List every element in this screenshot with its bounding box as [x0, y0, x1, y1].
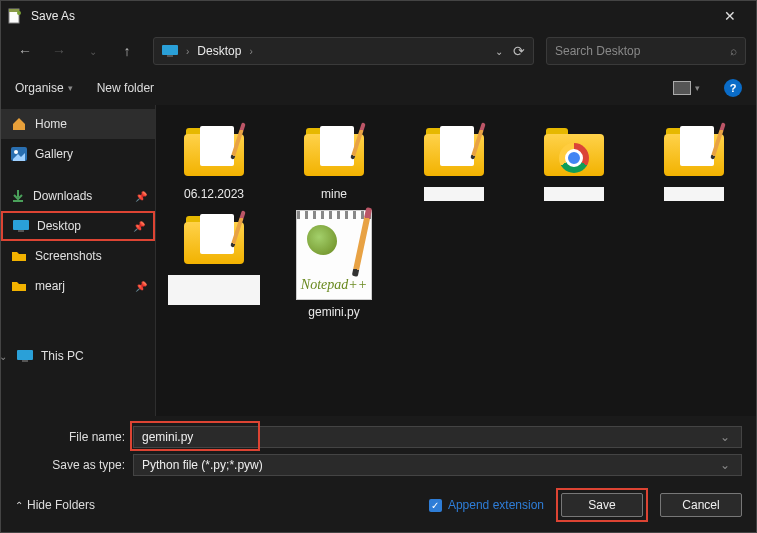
app-icon [7, 8, 23, 24]
chevron-down-icon[interactable]: ⌄ [717, 430, 733, 444]
toolbar: Organise ▾ New folder ▾ ? [1, 71, 756, 105]
notepadpp-icon: Notepad++ [296, 210, 372, 300]
file-label-hidden [168, 275, 260, 305]
svg-rect-7 [13, 220, 29, 230]
breadcrumb-seg[interactable]: Desktop [197, 44, 241, 58]
folder-item[interactable] [524, 121, 624, 201]
home-icon [11, 117, 27, 131]
folder-item[interactable] [164, 209, 264, 319]
title-bar: Save As ✕ [1, 1, 756, 31]
file-name-label: File name: [15, 430, 125, 444]
svg-rect-10 [22, 360, 28, 362]
chevron-right-icon[interactable]: › [249, 46, 252, 57]
svg-rect-3 [162, 45, 178, 55]
sidebar-item-desktop[interactable]: Desktop 📌 [1, 211, 155, 241]
sidebar-item-home[interactable]: Home [1, 109, 155, 139]
cancel-button[interactable]: Cancel [660, 493, 742, 517]
file-label: 06.12.2023 [184, 187, 244, 201]
chrome-icon [559, 143, 589, 173]
folder-icon [11, 280, 27, 292]
sidebar-item-label: mearj [35, 279, 65, 293]
pc-icon [17, 350, 33, 362]
file-name-input[interactable]: gemini.py ⌄ [133, 426, 742, 448]
back-button[interactable]: ← [11, 37, 39, 65]
help-button[interactable]: ? [724, 79, 742, 97]
recent-dropdown[interactable]: ⌄ [79, 37, 107, 65]
chevron-up-icon: ⌃ [15, 500, 23, 511]
footer: File name: gemini.py ⌄ Save as type: Pyt… [1, 416, 756, 532]
folder-item[interactable]: mine [284, 121, 384, 201]
chevron-right-icon: › [186, 46, 189, 57]
save-type-label: Save as type: [15, 458, 125, 472]
sidebar-item-label: Screenshots [35, 249, 102, 263]
save-type-select[interactable]: Python file (*.py;*.pyw) ⌄ [133, 454, 742, 476]
svg-rect-9 [17, 350, 33, 360]
organise-menu[interactable]: Organise ▾ [15, 81, 73, 95]
desktop-icon [13, 220, 29, 232]
dialog-body: Home Gallery Downloads 📌 Desktop 📌 Scree… [1, 105, 756, 416]
close-button[interactable]: ✕ [710, 8, 750, 24]
search-input[interactable]: Search Desktop ⌕ [546, 37, 746, 65]
new-folder-button[interactable]: New folder [97, 81, 154, 95]
pin-icon[interactable]: 📌 [133, 221, 145, 232]
svg-rect-8 [18, 230, 24, 232]
checkbox-checked-icon: ✓ [429, 499, 442, 512]
svg-rect-4 [167, 55, 173, 57]
folder-icon [11, 250, 27, 262]
folder-item[interactable] [644, 121, 744, 201]
folder-item[interactable] [404, 121, 504, 201]
pin-icon[interactable]: 📌 [135, 191, 147, 202]
append-extension-checkbox[interactable]: ✓ Append extension [429, 498, 544, 512]
chevron-down-icon[interactable]: ⌄ [717, 458, 733, 472]
sidebar: Home Gallery Downloads 📌 Desktop 📌 Scree… [1, 105, 156, 416]
chevron-down-icon[interactable]: ⌄ [1, 351, 7, 362]
nav-bar: ← → ⌄ ↑ › Desktop › ⌄ ⟳ Search Desktop ⌕ [1, 31, 756, 71]
sidebar-item-screenshots[interactable]: Screenshots [1, 241, 155, 271]
window-title: Save As [31, 9, 710, 23]
sidebar-item-label: Downloads [33, 189, 92, 203]
sidebar-item-this-pc[interactable]: ⌄ This PC [1, 341, 155, 371]
save-type-value: Python file (*.py;*.pyw) [142, 458, 263, 472]
sidebar-item-gallery[interactable]: Gallery [1, 139, 155, 169]
file-name-value: gemini.py [142, 430, 193, 444]
folder-item[interactable]: 06.12.2023 [164, 121, 264, 201]
sidebar-item-downloads[interactable]: Downloads 📌 [1, 181, 155, 211]
view-mode-button[interactable]: ▾ [673, 81, 700, 95]
dropdown-address-icon[interactable]: ⌄ [495, 46, 503, 57]
up-button[interactable]: ↑ [113, 37, 141, 65]
file-label-hidden [544, 187, 604, 201]
file-label: mine [321, 187, 347, 201]
svg-rect-1 [9, 9, 19, 12]
file-item-gemini[interactable]: Notepad++ gemini.py [284, 209, 384, 319]
gallery-icon [11, 147, 27, 161]
file-label: gemini.py [308, 305, 359, 319]
sidebar-item-label: This PC [41, 349, 84, 363]
save-as-dialog: Save As ✕ ← → ⌄ ↑ › Desktop › ⌄ ⟳ Search… [0, 0, 757, 533]
sidebar-item-label: Desktop [37, 219, 81, 233]
pin-icon[interactable]: 📌 [135, 281, 147, 292]
hide-folders-button[interactable]: ⌃ Hide Folders [15, 498, 95, 512]
sidebar-item-label: Gallery [35, 147, 73, 161]
download-icon [11, 189, 25, 203]
desktop-icon [162, 45, 178, 57]
forward-button[interactable]: → [45, 37, 73, 65]
save-button[interactable]: Save [561, 493, 643, 517]
file-label-hidden [424, 187, 484, 201]
refresh-button[interactable]: ⟳ [513, 43, 525, 59]
file-grid[interactable]: 06.12.2023 mine [156, 105, 756, 416]
file-label-hidden [664, 187, 724, 201]
sidebar-item-mearj[interactable]: mearj 📌 [1, 271, 155, 301]
svg-point-6 [14, 150, 18, 154]
search-icon: ⌕ [730, 44, 737, 58]
svg-point-2 [17, 11, 21, 15]
search-placeholder: Search Desktop [555, 44, 730, 58]
sidebar-item-label: Home [35, 117, 67, 131]
address-bar[interactable]: › Desktop › ⌄ ⟳ [153, 37, 534, 65]
